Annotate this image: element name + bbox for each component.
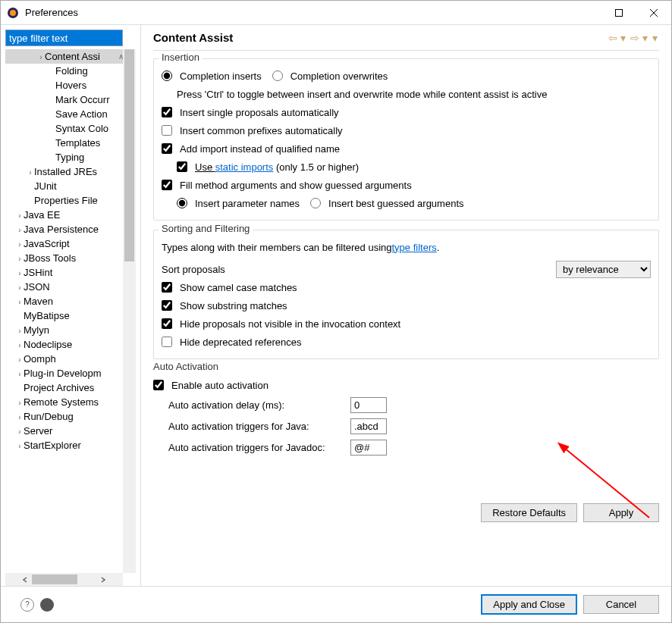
tree-caret-icon[interactable]: › [16,338,24,352]
tree-caret-icon[interactable]: › [27,165,34,180]
tree-item-label: Syntax Colo [55,123,108,134]
tree-item[interactable]: ›Templates [5,136,127,150]
tree-item[interactable]: ›Server [5,424,127,438]
tree-caret-icon[interactable]: › [16,439,24,453]
show-camel-checkbox[interactable] [162,282,172,293]
tree-item[interactable]: ›Mark Occurr [5,92,127,107]
tree-caret-icon[interactable]: › [16,410,24,424]
use-static-checkbox[interactable] [177,161,187,172]
auto-delay-input[interactable] [350,397,387,413]
tree-item[interactable]: ›JSON [5,280,127,294]
apply-and-close-button[interactable]: Apply and Close [481,594,577,615]
tree-item-label: Nodeclipse [24,339,72,350]
tree-item-label: Remote Systems [24,396,99,408]
hide-deprecated-label: Hide deprecated references [180,337,301,348]
nav-forward-icon[interactable]: ⇨ ▾ [629,32,649,44]
bottom-bar: ? Apply and Close Cancel [1,586,671,622]
help-icon[interactable]: ? [20,598,34,612]
tree-item[interactable]: ›Maven [5,294,127,308]
record-icon[interactable] [40,598,54,612]
tree-item[interactable]: ›Nodeclipse [5,337,127,352]
tree-caret-icon[interactable]: › [16,237,24,252]
tree-caret-icon[interactable]: › [16,352,24,367]
tree-item[interactable]: ›MyBatipse [5,308,127,323]
hide-deprecated-checkbox[interactable] [162,337,172,347]
auto-java-input[interactable] [350,418,387,434]
insert-param-radio[interactable] [177,198,187,208]
enable-auto-checkbox[interactable] [153,380,164,390]
auto-title: Auto Activation [153,361,221,372]
hide-proposals-checkbox[interactable] [162,318,172,329]
tree-item[interactable]: ›Java EE [5,208,127,222]
tree-scrollbar-horizontal[interactable] [5,573,123,586]
tree-item[interactable]: ›Plug-in Developm [5,366,127,380]
tree-item[interactable]: ›Project Archives [5,380,127,395]
type-filters-link[interactable]: type filters [392,242,437,253]
tree-caret-icon[interactable]: › [16,280,24,295]
insert-single-checkbox[interactable] [162,107,172,117]
content-panel: Content Assist ⇦ ▾ ⇨ ▾ ▾ Insertion Compl… [141,25,671,586]
tree-item-label: Server [24,425,52,437]
tree-item[interactable]: ›JSHint [5,265,127,280]
tree-item[interactable]: ›Syntax Colo [5,121,127,136]
svg-rect-2 [616,9,623,16]
use-static-label: Use static imports (only 1.5 or higher) [195,161,359,173]
tree-caret-icon[interactable]: › [37,50,45,64]
tree-item[interactable]: ›JavaScript [5,236,127,251]
tree-caret-icon[interactable]: › [16,424,24,439]
tree-item[interactable]: ›Installed JREs [5,164,127,179]
tree-item[interactable]: ›Run/Debug [5,409,127,424]
insert-best-radio[interactable] [310,198,321,208]
tree-caret-icon[interactable]: › [16,208,24,223]
tree-item-label: Typing [55,152,84,163]
cancel-button[interactable]: Cancel [583,595,659,614]
enable-auto-label: Enable auto activation [171,380,268,391]
add-import-checkbox[interactable] [162,143,172,154]
auto-javadoc-input[interactable] [350,440,387,456]
tree-caret-icon[interactable]: › [16,324,24,338]
nav-back-icon[interactable]: ⇦ ▾ [607,32,627,44]
tree-item[interactable]: ›Oomph [5,352,127,366]
tree-item[interactable]: ›Folding [5,64,127,78]
fill-method-checkbox[interactable] [162,180,172,190]
tree-item[interactable]: ›Hovers [5,78,127,92]
tree-caret-icon[interactable]: › [16,266,24,280]
tree-caret-icon[interactable]: › [16,295,24,309]
tree-scrollbar-vertical[interactable] [123,49,136,573]
insert-common-checkbox[interactable] [162,125,172,136]
tree-item[interactable]: ›Mylyn [5,323,127,337]
close-button[interactable] [636,1,671,25]
tree-caret-icon[interactable]: › [16,367,24,381]
tree-item-label: Maven [24,296,53,307]
tree-caret-icon[interactable]: › [16,223,24,237]
auto-activation-group: Auto Activation Enable auto activation A… [153,368,659,465]
sort-proposals-select[interactable]: by relevance [556,261,651,278]
restore-defaults-button[interactable]: Restore Defaults [481,503,577,522]
tree-item[interactable]: ›Typing [5,150,127,164]
show-substring-label: Show substring matches [180,300,287,312]
nav-arrows: ⇦ ▾ ⇨ ▾ ▾ [607,32,659,44]
tree-item-label: MyBatipse [24,310,70,321]
filter-input[interactable] [5,30,123,46]
tree-item[interactable]: ›JBoss Tools [5,251,127,265]
svg-point-1 [10,10,16,16]
tree-item[interactable]: ›Properties File [5,193,127,208]
tree-item[interactable]: ›Remote Systems [5,395,127,409]
completion-inserts-radio[interactable] [162,70,172,81]
tree-caret-icon[interactable]: › [16,396,24,410]
apply-button[interactable]: Apply [583,503,659,522]
completion-overwrites-radio[interactable] [272,70,283,81]
tree-item[interactable]: ›JUnit [5,179,127,193]
tree-item[interactable]: ›Content Assi ∧ [5,49,127,64]
nav-menu-icon[interactable]: ▾ [651,32,659,44]
tree-item[interactable]: ›Java Persistence [5,222,127,236]
tree-item[interactable]: ›Save Action [5,107,127,121]
static-imports-link[interactable]: static imports [215,161,274,173]
tree-item[interactable]: ›StartExplorer [5,438,127,452]
maximize-button[interactable] [601,1,636,25]
tree-item-label: JSON [24,281,50,293]
show-substring-checkbox[interactable] [162,300,172,311]
completion-overwrites-label: Completion overwrites [290,70,388,82]
preferences-tree[interactable]: ›Content Assi ∧›Folding›Hovers›Mark Occu… [5,49,136,586]
tree-caret-icon[interactable]: › [16,252,24,266]
